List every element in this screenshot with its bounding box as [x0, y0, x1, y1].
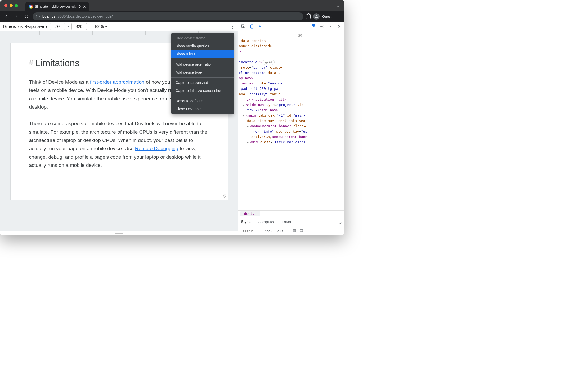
devtools-toolbar: » ⋮ ✕ — [238, 22, 344, 31]
browser-tab[interactable]: Simulate mobile devices with D ✕ — [25, 2, 89, 11]
device-toggle-button[interactable] — [249, 24, 255, 29]
inspect-element-button[interactable] — [240, 24, 246, 29]
profile-label[interactable]: Guest — [322, 15, 331, 19]
devtools-panel: » ⋮ ✕ == $0 data-cookies- anner-dismisse… — [238, 22, 344, 235]
traffic-lights — [4, 4, 18, 7]
tab-computed[interactable]: Computed — [258, 220, 276, 225]
url-display: localhost:8080/docs/devtools/device-mode… — [42, 14, 113, 19]
fullscreen-window-button[interactable] — [15, 4, 18, 7]
paragraph-2: There are some aspects of mobile devices… — [29, 119, 209, 169]
back-button[interactable] — [3, 13, 10, 20]
tab-layout[interactable]: Layout — [282, 220, 293, 225]
menu-add-dpr[interactable]: Add device pixel ratio — [171, 60, 234, 68]
bottom-resize-handle[interactable] — [0, 231, 238, 235]
window-dropdown-button[interactable]: ⌄ — [337, 3, 342, 8]
new-tab-button[interactable]: ＋ — [92, 2, 97, 9]
close-window-button[interactable] — [4, 4, 7, 7]
address-bar: i localhost:8080/docs/devtools/device-mo… — [0, 11, 344, 22]
menu-separator — [171, 77, 234, 78]
svg-rect-7 — [300, 230, 303, 232]
menu-reset-defaults[interactable]: Reset to defaults — [171, 97, 234, 105]
svg-point-0 — [316, 15, 317, 16]
height-input[interactable] — [71, 23, 87, 30]
first-order-approximation-link[interactable]: first-order approximation — [90, 79, 145, 85]
more-style-tabs-button[interactable]: » — [339, 220, 342, 225]
menu-show-media-queries[interactable]: Show media queries — [171, 42, 234, 50]
device-toolbar-more-button[interactable]: ⋮ Hide device frame Show media queries S… — [230, 24, 235, 29]
more-tabs-button[interactable]: » — [257, 24, 263, 29]
hov-button[interactable]: :hov — [264, 229, 272, 233]
computed-styles-icon[interactable] — [292, 229, 297, 233]
chrome-menu-button[interactable]: ⋮ — [334, 14, 342, 19]
settings-button[interactable] — [319, 24, 325, 29]
anchor-hash-icon[interactable]: # — [29, 59, 33, 67]
menu-capture-screenshot[interactable]: Capture screenshot — [171, 79, 234, 87]
resize-handle[interactable] — [221, 193, 226, 198]
minimize-window-button[interactable] — [10, 4, 13, 7]
close-tab-button[interactable]: ✕ — [83, 5, 86, 9]
styles-toolbar: :hov .cls ＋ — [238, 227, 344, 235]
cls-button[interactable]: .cls — [275, 229, 283, 233]
menu-capture-full-screenshot[interactable]: Capture full size screenshot — [171, 87, 234, 95]
elements-tree[interactable]: == $0 data-cookies- anner-dismissed> > "… — [238, 31, 344, 210]
device-mode-pane: Dimensions: Responsive ▼ × 100% ▼ ⋮ Hide… — [0, 22, 238, 235]
panel-icon[interactable] — [306, 14, 311, 19]
device-toolbar: Dimensions: Responsive ▼ × 100% ▼ ⋮ Hide… — [0, 22, 238, 31]
main-split: Dimensions: Responsive ▼ × 100% ▼ ⋮ Hide… — [0, 22, 344, 235]
menu-separator — [171, 96, 234, 96]
remote-debugging-link[interactable]: Remote Debugging — [135, 146, 178, 151]
width-input[interactable] — [50, 23, 65, 30]
breadcrumb[interactable]: !doctype — [238, 210, 344, 218]
menu-hide-device-frame: Hide device frame — [171, 34, 234, 42]
devtools-more-button[interactable]: ⋮ — [328, 24, 334, 29]
device-options-menu: Hide device frame Show media queries Sho… — [171, 33, 234, 114]
menu-show-rulers[interactable]: Show rulers — [171, 50, 234, 58]
forward-button[interactable] — [13, 13, 20, 20]
chrome-favicon-icon — [29, 5, 33, 9]
styles-filter-input[interactable] — [240, 229, 262, 233]
tab-styles[interactable]: Styles — [241, 220, 252, 225]
dimensions-dropdown[interactable]: Dimensions: Responsive ▼ — [3, 24, 48, 29]
svg-point-4 — [322, 26, 323, 27]
site-info-icon[interactable]: i — [36, 15, 40, 18]
svg-rect-5 — [293, 230, 296, 232]
reload-button[interactable] — [23, 13, 30, 20]
browser-titlebar: Simulate mobile devices with D ✕ ＋ ⌄ — [0, 0, 344, 11]
menu-add-device-type[interactable]: Add device type — [171, 68, 234, 76]
omnibox[interactable]: i localhost:8080/docs/devtools/device-mo… — [33, 12, 303, 20]
profile-avatar-icon[interactable] — [313, 13, 320, 20]
menu-close-devtools[interactable]: Close DevTools — [171, 105, 234, 113]
page-heading: Limitations — [35, 58, 79, 68]
toggle-sidebar-icon[interactable] — [299, 229, 303, 233]
issues-button[interactable] — [311, 24, 317, 29]
zoom-dropdown[interactable]: 100% ▼ — [94, 24, 107, 29]
dimensions-separator: × — [67, 24, 69, 29]
styles-tabs: Styles Computed Layout » — [238, 218, 344, 227]
new-style-rule-button[interactable]: ＋ — [286, 229, 290, 234]
tab-title: Simulate mobile devices with D — [35, 5, 81, 8]
devtools-close-button[interactable]: ✕ — [336, 24, 342, 29]
menu-separator — [171, 59, 234, 59]
